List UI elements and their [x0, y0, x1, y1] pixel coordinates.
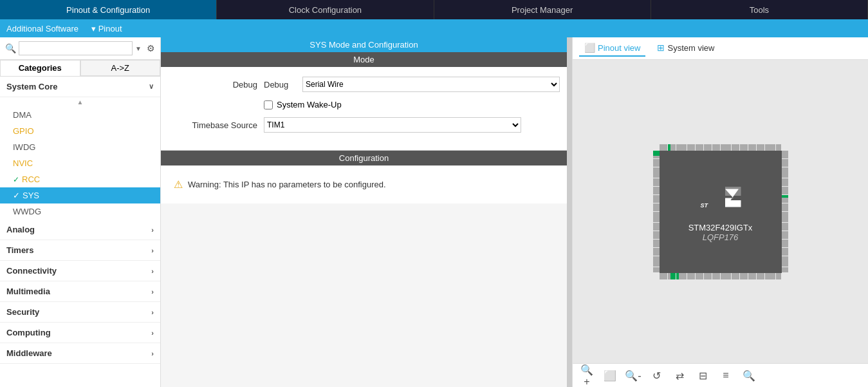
system-core-items: ▲ DMA GPIO IWDG NVIC ✓ RCC ✓	[0, 97, 160, 220]
chip-pins-left	[647, 151, 660, 273]
reset-button[interactable]: ↺	[647, 366, 665, 384]
category-computing[interactable]: Computing ›	[0, 323, 160, 343]
category-analog[interactable]: Analog ›	[0, 220, 160, 240]
pin	[779, 144, 781, 151]
timebase-select[interactable]: TIM1 TIM2 SysTick	[264, 117, 521, 133]
sidebar-tabs: Categories A->Z	[0, 60, 160, 77]
stm32-logo: ST	[698, 181, 743, 220]
chip-package: LQFP176	[703, 232, 739, 242]
debug-row: Debug Debug Serial Wire JTAG (5 pins) JT…	[174, 77, 554, 92]
timebase-label: Timebase Source	[174, 120, 257, 130]
chevron-right-icon: ›	[151, 329, 154, 337]
chip-body: ST STM32F429IGTx LQFP176	[660, 151, 782, 273]
chip-icon: ⬜	[584, 42, 595, 53]
debug-select[interactable]: Serial Wire JTAG (5 pins) JTAG (4 pins) …	[302, 77, 560, 92]
config-section-header: Configuration	[161, 151, 567, 165]
sidebar-item-gpio[interactable]: GPIO	[0, 123, 160, 139]
chevron-right-icon: ›	[151, 247, 154, 254]
sidebar-item-rcc[interactable]: ✓ RCC	[0, 171, 160, 187]
bottom-toolbar: 🔍+ ⬜ 🔍- ↺ ⇄ ⊟ ≡ 🔍	[573, 363, 868, 387]
center-panel: SYS Mode and Configuration Mode Debug De…	[161, 37, 567, 387]
right-panel-header: ⬜ Pinout view ⊞ System view	[573, 37, 868, 60]
chevron-right-icon: ›	[151, 267, 154, 275]
chip-pins-right	[782, 151, 795, 273]
tab-atoz[interactable]: A->Z	[80, 60, 161, 76]
chevron-down-icon: ∨	[149, 82, 154, 91]
timebase-row: Timebase Source TIM1 TIM2 SysTick	[174, 117, 554, 133]
gear-icon[interactable]: ⚙	[147, 43, 155, 53]
split-button[interactable]: ⊟	[694, 366, 712, 384]
search-chip-button[interactable]: 🔍	[740, 366, 758, 384]
tab-pinout-view[interactable]: ⬜ Pinout view	[579, 40, 645, 57]
system-wakeup-checkbox[interactable]	[264, 100, 273, 109]
main-layout: 🔍 ▼ ⚙ Categories A->Z System Core ∨ ▲ DM…	[0, 37, 868, 387]
sidebar-items: System Core ∨ ▲ DMA GPIO IWDG NVIC ✓	[0, 77, 160, 387]
chevron-right-icon: ›	[151, 226, 154, 234]
sub-navigation: Additional Software ▾ Pinout	[0, 19, 868, 37]
chevron-right-icon: ›	[151, 288, 154, 296]
sidebar: 🔍 ▼ ⚙ Categories A->Z System Core ∨ ▲ DM…	[0, 37, 161, 387]
nav-tools[interactable]: Tools	[651, 0, 868, 19]
chip-pins-bottom	[660, 273, 782, 286]
zoom-out-button[interactable]: 🔍-	[624, 366, 642, 384]
category-security[interactable]: Security ›	[0, 302, 160, 323]
category-system-core[interactable]: System Core ∨	[0, 77, 160, 97]
mode-section: Debug Debug Serial Wire JTAG (5 pins) JT…	[161, 67, 567, 151]
chip-pins-top	[660, 138, 782, 151]
wakeup-row: System Wake-Up	[174, 100, 554, 109]
rotate-button[interactable]: ⇄	[670, 366, 688, 384]
search-icon[interactable]: 🔍	[5, 43, 16, 53]
subnav-pinout[interactable]: ▾ Pinout	[91, 24, 122, 33]
category-multimedia[interactable]: Multimedia ›	[0, 281, 160, 302]
sidebar-item-iwdg[interactable]: IWDG	[0, 139, 160, 155]
dropdown-arrow-icon[interactable]: ▼	[135, 45, 142, 52]
fit-button[interactable]: ⬜	[601, 366, 619, 384]
chip-container: ST STM32F429IGTx LQFP176	[647, 138, 795, 286]
sidebar-search-bar: 🔍 ▼ ⚙	[0, 37, 160, 60]
nav-project[interactable]: Project Manager	[434, 0, 651, 19]
scroll-up-indicator: ▲	[0, 97, 160, 107]
sidebar-item-wwdg[interactable]: WWDG	[0, 203, 160, 220]
sidebar-item-nvic[interactable]: NVIC	[0, 155, 160, 171]
debug-label: Debug	[174, 80, 257, 90]
center-scrollbar[interactable]	[567, 37, 572, 387]
more-button[interactable]: ≡	[717, 366, 735, 384]
pin	[782, 270, 788, 272]
right-panel: ⬜ Pinout view ⊞ System view	[572, 37, 868, 387]
nav-clock[interactable]: Clock Configuration	[217, 0, 434, 19]
search-input[interactable]	[19, 41, 133, 55]
chevron-right-icon: ›	[151, 350, 154, 357]
subnav-additional-software[interactable]: Additional Software	[6, 24, 78, 33]
grid-icon: ⊞	[657, 42, 665, 53]
config-section: ⚠ Warning: This IP has no parameters to …	[161, 165, 567, 203]
check-icon: ✓	[13, 175, 19, 184]
svg-text:ST: ST	[700, 202, 708, 209]
pin	[653, 270, 660, 272]
system-wakeup-label: System Wake-Up	[277, 100, 342, 109]
tab-categories[interactable]: Categories	[0, 60, 80, 76]
nav-pinout[interactable]: Pinout & Configuration	[0, 0, 217, 19]
warning-message: ⚠ Warning: This IP has no parameters to …	[174, 178, 554, 191]
mode-section-header: Mode	[161, 52, 567, 67]
category-middleware[interactable]: Middleware ›	[0, 343, 160, 364]
sidebar-item-sys[interactable]: ✓ SYS	[0, 187, 160, 203]
sidebar-item-dma[interactable]: DMA	[0, 107, 160, 123]
top-navigation: Pinout & Configuration Clock Configurati…	[0, 0, 868, 19]
tab-system-view[interactable]: ⊞ System view	[652, 40, 719, 57]
chevron-right-icon: ›	[151, 308, 154, 316]
category-timers[interactable]: Timers ›	[0, 240, 160, 261]
warning-icon: ⚠	[174, 178, 183, 191]
zoom-in-button[interactable]: 🔍+	[578, 366, 596, 384]
chip-name: STM32F429IGTx	[688, 223, 753, 232]
pin	[779, 273, 781, 279]
chip-area: ST STM32F429IGTx LQFP176	[573, 60, 868, 363]
center-title-bar: SYS Mode and Configuration	[161, 37, 567, 52]
category-connectivity[interactable]: Connectivity ›	[0, 261, 160, 281]
